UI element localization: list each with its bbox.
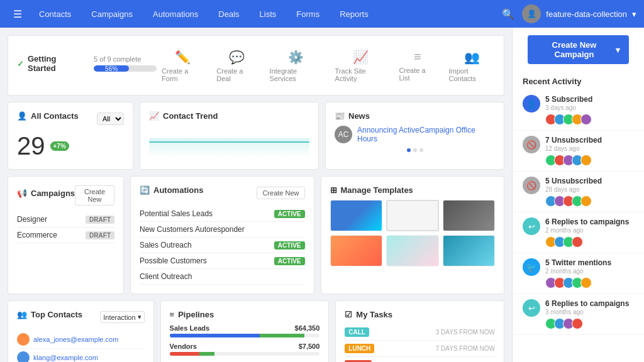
contact-avatar-0 bbox=[17, 333, 30, 346]
nav-item-contacts[interactable]: Contacts bbox=[30, 6, 80, 23]
campaigns-icon: 📢 bbox=[17, 189, 27, 198]
tasks-icon: ☑ bbox=[345, 310, 352, 319]
nav-user[interactable]: 👤 feature-data-collection ▾ bbox=[522, 4, 636, 23]
activity-avatars-1 bbox=[545, 155, 634, 166]
activity-content-1: 7 Unsubscribed 12 days ago bbox=[545, 136, 634, 166]
template-grid bbox=[330, 200, 496, 266]
activity-content-4: 5 Twitter mentions 2 months ago bbox=[545, 258, 634, 288]
nav-item-lists[interactable]: Lists bbox=[251, 6, 286, 23]
check-icon: ✓ bbox=[17, 59, 24, 69]
auto-row-1: New Customers Autoresponder bbox=[140, 222, 305, 238]
pbar-green-0 bbox=[260, 334, 305, 337]
news-icon: 📰 bbox=[335, 111, 345, 121]
templates-icon: ⊞ bbox=[330, 185, 337, 195]
create-campaign-button[interactable]: Create New Campaign ▾ bbox=[528, 35, 629, 64]
news-link[interactable]: Announcing ActiveCampaign Office Hours bbox=[357, 126, 495, 143]
auto-name-2: Sales Outreach bbox=[140, 241, 192, 250]
gs-step-deal[interactable]: 💬 Create a Deal bbox=[216, 50, 257, 82]
auto-status-0: ACTIVE bbox=[274, 210, 305, 218]
task-when-1: 7 DAYS FROM NOW bbox=[436, 345, 495, 352]
campaign-status-designer: DRAFT bbox=[86, 216, 114, 224]
gs-step-import[interactable]: 👥 Import Contacts bbox=[448, 50, 495, 82]
activity-label-1: 7 Unsubscribed bbox=[545, 136, 634, 145]
filter-chevron-icon: ▾ bbox=[138, 313, 142, 321]
top-contacts-icon: 👥 bbox=[17, 310, 27, 319]
nav-item-campaigns[interactable]: Campaigns bbox=[82, 6, 142, 23]
pipeline-bar-1 bbox=[170, 352, 320, 356]
activity-time-3: 2 months ago bbox=[545, 227, 634, 234]
pbar-red-1 bbox=[170, 352, 200, 356]
nav-item-automations[interactable]: Automations bbox=[144, 6, 207, 23]
progress-bar: 56% bbox=[94, 65, 157, 72]
campaign-item-ecommerce: Ecommerce DRAFT bbox=[17, 228, 114, 243]
gs-step-track[interactable]: 📈 Track Site Activity bbox=[335, 50, 387, 82]
create-campaign-label: Create New Campaign bbox=[536, 40, 612, 59]
dropdown-chevron-icon: ▾ bbox=[616, 45, 620, 55]
nav-item-deals[interactable]: Deals bbox=[209, 6, 248, 23]
top-contacts-card: 👥 Top Contacts Interaction ▾ alexa_jones… bbox=[8, 300, 154, 362]
gs-step-form[interactable]: ✏️ Create a Form bbox=[162, 50, 204, 82]
campaigns-title: 📢 Campaigns bbox=[17, 189, 75, 198]
activity-dot-3: ↩ bbox=[523, 217, 540, 235]
automations-create-btn[interactable]: Create New bbox=[257, 187, 304, 199]
template-2[interactable] bbox=[386, 200, 439, 231]
campaigns-header: 📢 Campaigns Create New bbox=[17, 185, 114, 206]
gs-step-list-label: Create a List bbox=[399, 67, 436, 82]
campaigns-create-btn[interactable]: Create New bbox=[75, 185, 114, 206]
template-6[interactable] bbox=[443, 235, 496, 266]
activity-avatars-4 bbox=[545, 277, 634, 288]
my-tasks-card: ☑ My Tasks CALL 3 DAYS FROM NOW LUNCH 7 … bbox=[335, 300, 504, 362]
activity-time-5: 3 months ago bbox=[545, 309, 634, 315]
contact-row-1[interactable]: klang@example.com bbox=[17, 349, 145, 362]
nav-item-forms[interactable]: Forms bbox=[287, 6, 328, 23]
trend-chart bbox=[149, 126, 309, 157]
template-1[interactable] bbox=[330, 200, 383, 231]
mini-avatar bbox=[580, 114, 592, 125]
gs-step-form-label: Create a Form bbox=[162, 67, 204, 82]
search-icon[interactable]: 🔍 bbox=[502, 8, 514, 20]
auto-name-3: Possible Customers bbox=[140, 256, 207, 265]
tasks-title: ☑ My Tasks bbox=[345, 310, 495, 319]
activity-time-0: 3 days ago bbox=[545, 104, 634, 111]
navbar: ☰ Contacts Campaigns Automations Deals L… bbox=[0, 0, 644, 28]
auto-status-2: ACTIVE bbox=[274, 241, 305, 250]
mini-avatar bbox=[580, 155, 592, 166]
news-dot-1[interactable] bbox=[407, 148, 411, 152]
gs-header: ✓ Getting Started 5 of 9 complete 56% ✏️… bbox=[17, 45, 495, 82]
import-icon: 👥 bbox=[464, 50, 480, 65]
pbar-green-1 bbox=[199, 352, 214, 356]
template-5[interactable] bbox=[386, 235, 439, 266]
manage-templates-card: ⊞ Manage Templates bbox=[321, 176, 505, 294]
pipeline-0: Sales Leads $64,350 bbox=[170, 324, 320, 337]
activity-0: 👤 5 Subscribed 3 days ago bbox=[513, 90, 644, 131]
mini-avatar bbox=[580, 195, 592, 207]
contact-row-0[interactable]: alexa_jones@example.com bbox=[17, 331, 145, 349]
top-contacts-filter[interactable]: Interaction ▾ bbox=[100, 311, 144, 323]
gs-step-integrate[interactable]: ⚙️ Integrate Services bbox=[270, 50, 323, 82]
row-4: 👥 Top Contacts Interaction ▾ alexa_jones… bbox=[8, 300, 504, 362]
task-1: LUNCH 7 DAYS FROM NOW bbox=[345, 341, 495, 357]
news-item: AC Announcing ActiveCampaign Office Hour… bbox=[335, 126, 495, 143]
automations-title: 🔄 Automations bbox=[140, 185, 203, 195]
activity-label-5: 6 Replies to campaigns bbox=[545, 299, 634, 308]
news-dot-2[interactable] bbox=[413, 148, 417, 152]
campaign-item-designer: Designer DRAFT bbox=[17, 212, 114, 228]
auto-row-3: Possible Customers ACTIVE bbox=[140, 253, 305, 269]
template-3[interactable] bbox=[443, 200, 496, 231]
all-contacts-card: 👤 All Contacts All 29 +7% bbox=[8, 102, 133, 170]
gs-step-list[interactable]: ≡ Create a List bbox=[399, 50, 436, 82]
news-dot-3[interactable] bbox=[419, 148, 423, 152]
pipeline-1: Vendors $7,500 bbox=[170, 343, 320, 356]
contacts-filter-select[interactable]: All bbox=[97, 112, 124, 125]
activity-avatars-5 bbox=[545, 318, 634, 329]
contacts-count: 29 +7% bbox=[17, 132, 124, 160]
nav-item-reports[interactable]: Reports bbox=[331, 6, 377, 23]
pipeline-bar-0 bbox=[170, 334, 320, 337]
nav-right: 🔍 👤 feature-data-collection ▾ bbox=[502, 4, 636, 23]
template-4[interactable] bbox=[330, 235, 383, 266]
task-when-0: 3 DAYS FROM NOW bbox=[436, 329, 495, 336]
activity-content-5: 6 Replies to campaigns 3 months ago bbox=[545, 299, 634, 329]
contact-email-0: alexa_jones@example.com bbox=[33, 336, 118, 343]
nav-toggle-button[interactable]: ☰ bbox=[8, 4, 28, 24]
filter-label: Interaction bbox=[103, 314, 135, 321]
